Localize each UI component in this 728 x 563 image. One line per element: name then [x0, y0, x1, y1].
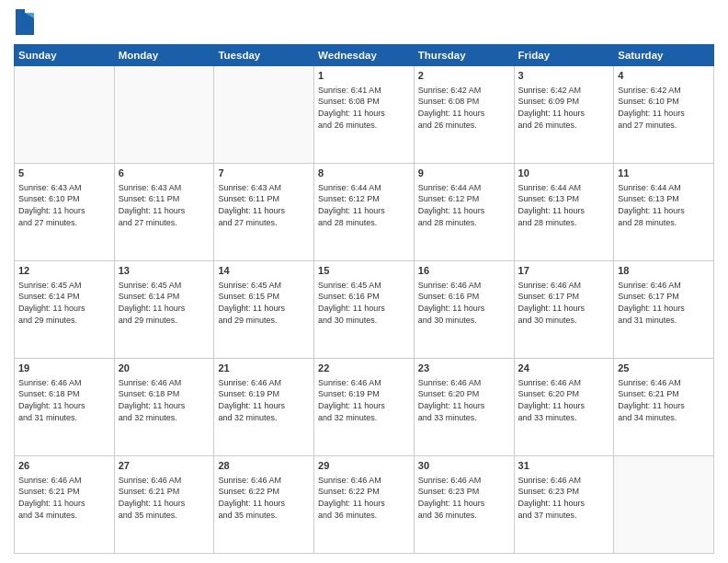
day-number: 14 [218, 264, 310, 278]
day-number: 9 [418, 167, 510, 180]
day-number: 1 [318, 69, 410, 83]
week-row-2: 5Sunrise: 6:43 AM Sunset: 6:10 PM Daylig… [15, 164, 714, 261]
day-cell: 1Sunrise: 6:41 AM Sunset: 6:08 PM Daylig… [314, 66, 415, 164]
day-cell [15, 66, 115, 164]
day-cell: 28Sunrise: 6:46 AM Sunset: 6:22 PM Dayli… [214, 456, 314, 554]
logo-icon [14, 9, 36, 37]
day-cell: 15Sunrise: 6:45 AM Sunset: 6:16 PM Dayli… [314, 261, 415, 359]
day-cell: 29Sunrise: 6:46 AM Sunset: 6:22 PM Dayli… [314, 456, 415, 554]
day-number: 24 [518, 362, 610, 375]
day-number: 12 [18, 264, 110, 278]
day-info: Sunrise: 6:43 AM Sunset: 6:10 PM Dayligh… [18, 182, 110, 228]
day-info: Sunrise: 6:46 AM Sunset: 6:18 PM Dayligh… [18, 377, 110, 423]
day-number: 8 [318, 167, 410, 180]
day-number: 19 [18, 362, 110, 375]
day-info: Sunrise: 6:46 AM Sunset: 6:16 PM Dayligh… [418, 280, 510, 326]
day-info: Sunrise: 6:43 AM Sunset: 6:11 PM Dayligh… [119, 182, 210, 228]
day-info: Sunrise: 6:46 AM Sunset: 6:18 PM Dayligh… [119, 377, 210, 423]
week-row-3: 12Sunrise: 6:45 AM Sunset: 6:14 PM Dayli… [15, 261, 714, 359]
day-number: 22 [318, 362, 410, 375]
day-cell: 14Sunrise: 6:45 AM Sunset: 6:15 PM Dayli… [214, 261, 314, 359]
day-cell: 7Sunrise: 6:43 AM Sunset: 6:11 PM Daylig… [214, 164, 314, 261]
day-cell: 27Sunrise: 6:46 AM Sunset: 6:21 PM Dayli… [114, 456, 214, 554]
weekday-header-saturday: Saturday [614, 45, 714, 66]
day-number: 26 [18, 459, 110, 473]
header [14, 9, 714, 37]
day-cell: 6Sunrise: 6:43 AM Sunset: 6:11 PM Daylig… [114, 164, 214, 261]
day-cell: 17Sunrise: 6:46 AM Sunset: 6:17 PM Dayli… [514, 261, 614, 359]
day-number: 7 [218, 167, 310, 180]
day-number: 20 [119, 362, 210, 375]
day-info: Sunrise: 6:46 AM Sunset: 6:22 PM Dayligh… [218, 475, 310, 521]
day-cell: 4Sunrise: 6:42 AM Sunset: 6:10 PM Daylig… [614, 66, 714, 164]
day-info: Sunrise: 6:46 AM Sunset: 6:19 PM Dayligh… [318, 377, 410, 423]
day-info: Sunrise: 6:46 AM Sunset: 6:23 PM Dayligh… [518, 475, 610, 521]
day-info: Sunrise: 6:46 AM Sunset: 6:21 PM Dayligh… [618, 377, 710, 423]
day-number: 21 [218, 362, 310, 375]
day-cell: 23Sunrise: 6:46 AM Sunset: 6:20 PM Dayli… [414, 359, 514, 456]
day-number: 23 [418, 362, 510, 375]
day-number: 17 [518, 264, 610, 278]
day-cell: 11Sunrise: 6:44 AM Sunset: 6:13 PM Dayli… [614, 164, 714, 261]
day-cell: 10Sunrise: 6:44 AM Sunset: 6:13 PM Dayli… [514, 164, 614, 261]
day-number: 5 [18, 167, 110, 180]
day-cell: 5Sunrise: 6:43 AM Sunset: 6:10 PM Daylig… [15, 164, 115, 261]
day-info: Sunrise: 6:45 AM Sunset: 6:14 PM Dayligh… [119, 280, 210, 326]
week-row-4: 19Sunrise: 6:46 AM Sunset: 6:18 PM Dayli… [15, 359, 714, 456]
day-info: Sunrise: 6:44 AM Sunset: 6:13 PM Dayligh… [518, 182, 610, 228]
day-cell [614, 456, 714, 554]
day-info: Sunrise: 6:41 AM Sunset: 6:08 PM Dayligh… [318, 85, 410, 131]
day-cell: 21Sunrise: 6:46 AM Sunset: 6:19 PM Dayli… [214, 359, 314, 456]
day-info: Sunrise: 6:46 AM Sunset: 6:17 PM Dayligh… [618, 280, 710, 326]
day-cell: 19Sunrise: 6:46 AM Sunset: 6:18 PM Dayli… [15, 359, 115, 456]
day-cell [214, 66, 314, 164]
day-info: Sunrise: 6:46 AM Sunset: 6:20 PM Dayligh… [418, 377, 510, 423]
day-number: 29 [318, 459, 410, 473]
day-info: Sunrise: 6:45 AM Sunset: 6:15 PM Dayligh… [218, 280, 310, 326]
weekday-header-sunday: Sunday [15, 45, 115, 66]
day-cell: 26Sunrise: 6:46 AM Sunset: 6:21 PM Dayli… [15, 456, 115, 554]
calendar-table: SundayMondayTuesdayWednesdayThursdayFrid… [14, 44, 714, 554]
day-cell: 2Sunrise: 6:42 AM Sunset: 6:08 PM Daylig… [414, 66, 514, 164]
day-number: 2 [418, 69, 510, 83]
weekday-header-row: SundayMondayTuesdayWednesdayThursdayFrid… [15, 45, 714, 66]
day-cell: 22Sunrise: 6:46 AM Sunset: 6:19 PM Dayli… [314, 359, 415, 456]
day-info: Sunrise: 6:42 AM Sunset: 6:09 PM Dayligh… [518, 85, 610, 131]
day-number: 15 [318, 264, 410, 278]
day-number: 11 [618, 167, 710, 180]
day-number: 30 [418, 459, 510, 473]
day-number: 27 [119, 459, 210, 473]
page: SundayMondayTuesdayWednesdayThursdayFrid… [0, 0, 728, 563]
day-info: Sunrise: 6:43 AM Sunset: 6:11 PM Dayligh… [218, 182, 310, 228]
day-cell: 12Sunrise: 6:45 AM Sunset: 6:14 PM Dayli… [15, 261, 115, 359]
day-number: 4 [618, 69, 710, 83]
day-cell: 24Sunrise: 6:46 AM Sunset: 6:20 PM Dayli… [514, 359, 614, 456]
day-cell: 16Sunrise: 6:46 AM Sunset: 6:16 PM Dayli… [414, 261, 514, 359]
day-info: Sunrise: 6:46 AM Sunset: 6:19 PM Dayligh… [218, 377, 310, 423]
day-info: Sunrise: 6:44 AM Sunset: 6:12 PM Dayligh… [418, 182, 510, 228]
day-number: 18 [618, 264, 710, 278]
weekday-header-tuesday: Tuesday [214, 45, 314, 66]
day-number: 28 [218, 459, 310, 473]
day-info: Sunrise: 6:42 AM Sunset: 6:10 PM Dayligh… [618, 85, 710, 131]
week-row-5: 26Sunrise: 6:46 AM Sunset: 6:21 PM Dayli… [15, 456, 714, 554]
day-info: Sunrise: 6:46 AM Sunset: 6:21 PM Dayligh… [119, 475, 210, 521]
day-info: Sunrise: 6:42 AM Sunset: 6:08 PM Dayligh… [418, 85, 510, 131]
day-cell: 25Sunrise: 6:46 AM Sunset: 6:21 PM Dayli… [614, 359, 714, 456]
weekday-header-thursday: Thursday [414, 45, 514, 66]
weekday-header-wednesday: Wednesday [314, 45, 415, 66]
day-cell: 9Sunrise: 6:44 AM Sunset: 6:12 PM Daylig… [414, 164, 514, 261]
day-number: 3 [518, 69, 610, 83]
day-info: Sunrise: 6:46 AM Sunset: 6:21 PM Dayligh… [18, 475, 110, 521]
day-cell [114, 66, 214, 164]
day-number: 6 [119, 167, 210, 180]
day-info: Sunrise: 6:46 AM Sunset: 6:23 PM Dayligh… [418, 475, 510, 521]
day-info: Sunrise: 6:45 AM Sunset: 6:14 PM Dayligh… [18, 280, 110, 326]
day-info: Sunrise: 6:46 AM Sunset: 6:20 PM Dayligh… [518, 377, 610, 423]
day-cell: 20Sunrise: 6:46 AM Sunset: 6:18 PM Dayli… [114, 359, 214, 456]
day-cell: 3Sunrise: 6:42 AM Sunset: 6:09 PM Daylig… [514, 66, 614, 164]
day-number: 16 [418, 264, 510, 278]
day-info: Sunrise: 6:46 AM Sunset: 6:17 PM Dayligh… [518, 280, 610, 326]
day-info: Sunrise: 6:45 AM Sunset: 6:16 PM Dayligh… [318, 280, 410, 326]
day-number: 31 [518, 459, 610, 473]
